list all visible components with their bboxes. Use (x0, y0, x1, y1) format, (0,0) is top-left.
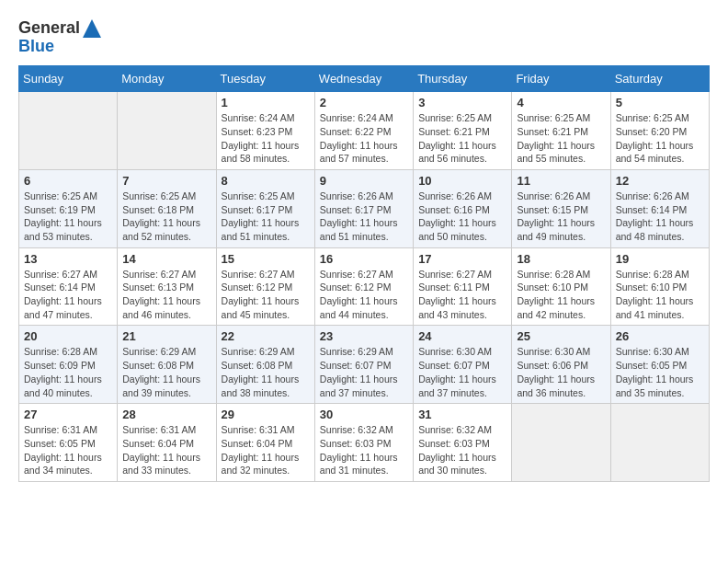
day-info: Sunrise: 6:25 AM Sunset: 6:20 PM Dayligh… (616, 111, 704, 166)
logo-blue: Blue (18, 37, 54, 57)
calendar-week-row: 27Sunrise: 6:31 AM Sunset: 6:05 PM Dayli… (19, 404, 710, 482)
calendar-cell: 24Sunrise: 6:30 AM Sunset: 6:07 PM Dayli… (414, 326, 512, 404)
weekday-header: Sunday (19, 66, 118, 92)
calendar-cell: 19Sunrise: 6:28 AM Sunset: 6:10 PM Dayli… (610, 247, 709, 326)
calendar-cell: 14Sunrise: 6:27 AM Sunset: 6:13 PM Dayli… (118, 247, 216, 326)
day-number: 22 (222, 329, 310, 343)
calendar-cell: 16Sunrise: 6:27 AM Sunset: 6:12 PM Dayli… (314, 247, 413, 326)
day-number: 17 (418, 252, 506, 266)
calendar-cell: 10Sunrise: 6:26 AM Sunset: 6:16 PM Dayli… (414, 169, 512, 247)
day-info: Sunrise: 6:27 AM Sunset: 6:12 PM Dayligh… (320, 268, 408, 322)
calendar-cell: 22Sunrise: 6:29 AM Sunset: 6:08 PM Dayli… (216, 326, 314, 404)
calendar-cell: 30Sunrise: 6:32 AM Sunset: 6:03 PM Dayli… (314, 404, 413, 482)
day-info: Sunrise: 6:26 AM Sunset: 6:14 PM Dayligh… (616, 190, 704, 244)
calendar-cell: 25Sunrise: 6:30 AM Sunset: 6:06 PM Dayli… (512, 326, 610, 404)
logo: General Blue (18, 18, 101, 56)
weekday-header: Wednesday (314, 66, 413, 92)
day-number: 5 (616, 96, 704, 109)
calendar-cell: 18Sunrise: 6:28 AM Sunset: 6:10 PM Dayli… (512, 247, 610, 326)
day-info: Sunrise: 6:27 AM Sunset: 6:11 PM Dayligh… (418, 268, 506, 322)
day-info: Sunrise: 6:31 AM Sunset: 6:04 PM Dayligh… (222, 423, 310, 477)
calendar-week-row: 13Sunrise: 6:27 AM Sunset: 6:14 PM Dayli… (19, 247, 710, 326)
day-info: Sunrise: 6:27 AM Sunset: 6:14 PM Dayligh… (24, 268, 112, 322)
day-number: 11 (517, 174, 605, 188)
logo-general: General (18, 18, 80, 39)
calendar-cell: 3Sunrise: 6:25 AM Sunset: 6:21 PM Daylig… (414, 92, 512, 170)
calendar-header-row: SundayMondayTuesdayWednesdayThursdayFrid… (19, 66, 710, 92)
day-info: Sunrise: 6:24 AM Sunset: 6:23 PM Dayligh… (222, 111, 310, 166)
day-number: 30 (320, 408, 408, 421)
day-info: Sunrise: 6:25 AM Sunset: 6:21 PM Dayligh… (418, 111, 506, 166)
day-number: 20 (24, 329, 112, 343)
calendar-cell: 7Sunrise: 6:25 AM Sunset: 6:18 PM Daylig… (118, 169, 216, 247)
day-number: 19 (616, 252, 704, 266)
day-number: 23 (320, 329, 408, 343)
day-info: Sunrise: 6:28 AM Sunset: 6:10 PM Dayligh… (517, 268, 605, 322)
calendar-cell: 27Sunrise: 6:31 AM Sunset: 6:05 PM Dayli… (19, 404, 118, 482)
day-number: 3 (418, 96, 506, 109)
day-number: 24 (418, 329, 506, 343)
day-number: 12 (616, 174, 704, 188)
calendar-cell (610, 404, 709, 482)
day-info: Sunrise: 6:27 AM Sunset: 6:13 PM Dayligh… (122, 268, 210, 322)
weekday-header: Thursday (414, 66, 512, 92)
calendar-cell: 9Sunrise: 6:26 AM Sunset: 6:17 PM Daylig… (314, 169, 413, 247)
day-number: 15 (222, 252, 310, 266)
day-number: 31 (418, 408, 506, 421)
day-number: 21 (122, 329, 210, 343)
day-info: Sunrise: 6:29 AM Sunset: 6:08 PM Dayligh… (122, 345, 210, 399)
day-number: 2 (320, 96, 408, 109)
calendar-cell: 28Sunrise: 6:31 AM Sunset: 6:04 PM Dayli… (118, 404, 216, 482)
day-info: Sunrise: 6:26 AM Sunset: 6:15 PM Dayligh… (517, 190, 605, 244)
calendar-cell (19, 92, 118, 170)
day-info: Sunrise: 6:25 AM Sunset: 6:18 PM Dayligh… (122, 190, 210, 244)
calendar-cell: 6Sunrise: 6:25 AM Sunset: 6:19 PM Daylig… (19, 169, 118, 247)
day-info: Sunrise: 6:30 AM Sunset: 6:05 PM Dayligh… (616, 345, 704, 399)
day-number: 4 (517, 96, 605, 109)
page-header: General Blue (18, 18, 710, 56)
calendar-cell: 11Sunrise: 6:26 AM Sunset: 6:15 PM Dayli… (512, 169, 610, 247)
calendar-cell: 4Sunrise: 6:25 AM Sunset: 6:21 PM Daylig… (512, 92, 610, 170)
calendar-cell: 21Sunrise: 6:29 AM Sunset: 6:08 PM Dayli… (118, 326, 216, 404)
day-info: Sunrise: 6:29 AM Sunset: 6:08 PM Dayligh… (222, 345, 310, 399)
day-number: 1 (222, 96, 310, 109)
calendar-cell: 23Sunrise: 6:29 AM Sunset: 6:07 PM Dayli… (314, 326, 413, 404)
day-info: Sunrise: 6:30 AM Sunset: 6:06 PM Dayligh… (517, 345, 605, 399)
weekday-header: Monday (118, 66, 216, 92)
day-info: Sunrise: 6:26 AM Sunset: 6:17 PM Dayligh… (320, 190, 408, 244)
day-number: 26 (616, 329, 704, 343)
day-number: 6 (24, 174, 112, 188)
calendar-cell: 15Sunrise: 6:27 AM Sunset: 6:12 PM Dayli… (216, 247, 314, 326)
day-number: 28 (122, 408, 210, 421)
calendar-cell: 13Sunrise: 6:27 AM Sunset: 6:14 PM Dayli… (19, 247, 118, 326)
day-number: 27 (24, 408, 112, 421)
day-number: 8 (222, 174, 310, 188)
calendar-cell: 26Sunrise: 6:30 AM Sunset: 6:05 PM Dayli… (610, 326, 709, 404)
calendar-cell: 5Sunrise: 6:25 AM Sunset: 6:20 PM Daylig… (610, 92, 709, 170)
calendar-cell (512, 404, 610, 482)
day-info: Sunrise: 6:25 AM Sunset: 6:19 PM Dayligh… (24, 190, 112, 244)
day-info: Sunrise: 6:25 AM Sunset: 6:21 PM Dayligh… (517, 111, 605, 166)
calendar-cell: 31Sunrise: 6:32 AM Sunset: 6:03 PM Dayli… (414, 404, 512, 482)
day-info: Sunrise: 6:26 AM Sunset: 6:16 PM Dayligh… (418, 190, 506, 244)
day-info: Sunrise: 6:27 AM Sunset: 6:12 PM Dayligh… (222, 268, 310, 322)
calendar-cell: 17Sunrise: 6:27 AM Sunset: 6:11 PM Dayli… (414, 247, 512, 326)
calendar-cell (118, 92, 216, 170)
day-info: Sunrise: 6:25 AM Sunset: 6:17 PM Dayligh… (222, 190, 310, 244)
day-info: Sunrise: 6:32 AM Sunset: 6:03 PM Dayligh… (320, 423, 408, 477)
day-number: 9 (320, 174, 408, 188)
day-info: Sunrise: 6:32 AM Sunset: 6:03 PM Dayligh… (418, 423, 506, 477)
day-info: Sunrise: 6:30 AM Sunset: 6:07 PM Dayligh… (418, 345, 506, 399)
calendar-cell: 2Sunrise: 6:24 AM Sunset: 6:22 PM Daylig… (314, 92, 413, 170)
weekday-header: Tuesday (216, 66, 314, 92)
calendar-cell: 12Sunrise: 6:26 AM Sunset: 6:14 PM Dayli… (610, 169, 709, 247)
calendar-table: SundayMondayTuesdayWednesdayThursdayFrid… (18, 65, 710, 482)
weekday-header: Saturday (610, 66, 709, 92)
day-number: 29 (222, 408, 310, 421)
day-number: 25 (517, 329, 605, 343)
weekday-header: Friday (512, 66, 610, 92)
day-info: Sunrise: 6:31 AM Sunset: 6:04 PM Dayligh… (122, 423, 210, 477)
day-number: 16 (320, 252, 408, 266)
calendar-cell: 8Sunrise: 6:25 AM Sunset: 6:17 PM Daylig… (216, 169, 314, 247)
day-info: Sunrise: 6:31 AM Sunset: 6:05 PM Dayligh… (24, 423, 112, 477)
